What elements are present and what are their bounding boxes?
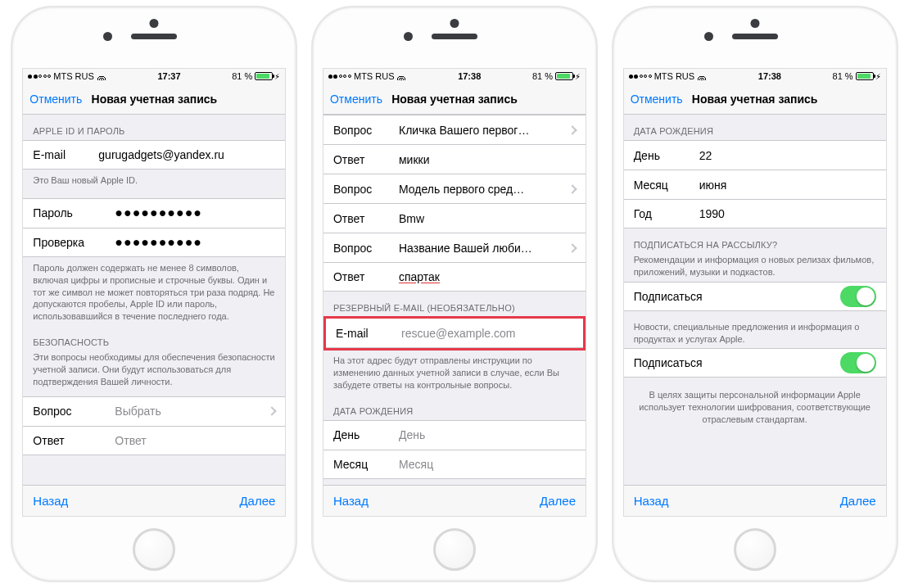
content-area: APPLE ID И ПАРОЛЬ E-mail gurugadgets@yan…: [23, 115, 285, 485]
back-button[interactable]: Назад: [333, 494, 369, 508]
carrier-label: MTS RUS: [354, 71, 395, 81]
question-label: Вопрос: [333, 124, 399, 137]
subscribe1-toggle[interactable]: [840, 286, 876, 307]
month-label: Месяц: [634, 179, 699, 192]
back-button[interactable]: Назад: [634, 494, 669, 508]
rescue-label: E-mail: [336, 327, 401, 340]
password-footer: Пароль должен содержать не менее 8 симво…: [23, 257, 285, 326]
verify-value: ●●●●●●●●●●: [115, 236, 275, 249]
password-row[interactable]: Пароль ●●●●●●●●●●: [23, 198, 285, 228]
chevron-right-icon: [568, 184, 577, 193]
cancel-button[interactable]: Отменить: [29, 93, 82, 106]
question-label: Вопрос: [33, 405, 115, 418]
screen-1: MTS RUS 17:37 81 % ⚡︎ Отменить Новая уче…: [22, 68, 286, 517]
phone-2: MTS RUS 17:38 81 % ⚡︎ Отменить Новая уче…: [313, 7, 596, 581]
subscribe2-toggle[interactable]: [840, 352, 876, 373]
question3-row[interactable]: Вопрос Название Вашей люби…: [323, 233, 586, 262]
verify-label: Проверка: [33, 236, 115, 249]
verify-row[interactable]: Проверка ●●●●●●●●●●: [23, 228, 285, 257]
battery-percent: 81 %: [532, 71, 553, 81]
subscribe1-row: Подписаться: [624, 282, 886, 311]
home-button[interactable]: [133, 528, 175, 571]
day-label: День: [634, 149, 699, 162]
question3-value: Название Вашей люби…: [399, 242, 564, 255]
carrier-label: MTS RUS: [53, 71, 94, 81]
content-area: Вопрос Кличка Вашего первог… Ответ микки…: [323, 115, 586, 485]
question-row[interactable]: Вопрос Выбрать: [23, 396, 285, 426]
cancel-button[interactable]: Отменить: [330, 93, 382, 106]
day-row[interactable]: День День: [323, 420, 586, 450]
earpiece-speaker: [131, 34, 177, 39]
appleid-footer: Это Ваш новый Apple ID.: [23, 170, 285, 190]
subscribe1-label: Подписаться: [634, 290, 840, 303]
question-label: Вопрос: [333, 242, 399, 255]
answer1-value: микки: [399, 153, 576, 166]
month-row[interactable]: Месяц Месяц: [323, 450, 586, 479]
email-row[interactable]: E-mail gurugadgets@yandex.ru: [23, 140, 285, 170]
answer2-row[interactable]: Ответ Bmw: [323, 203, 586, 233]
answer-label: Ответ: [333, 212, 399, 225]
proximity-sensor: [750, 19, 759, 28]
front-camera: [103, 32, 112, 41]
month-value: июня: [699, 179, 876, 192]
security-footer: Эти вопросы необходимы для обеспечения б…: [23, 351, 285, 391]
section-header-rescue: РЕЗЕРВНЫЙ E-MAIL (НЕОБЯЗАТЕЛЬНО): [323, 292, 586, 317]
answer3-row[interactable]: Ответ спартак: [323, 262, 586, 292]
answer-row[interactable]: Ответ Ответ: [23, 426, 285, 455]
earpiece-speaker: [432, 34, 477, 39]
toolbar: Назад Далее: [624, 485, 886, 516]
home-button[interactable]: [734, 528, 776, 571]
rescue-email-row[interactable]: E-mail rescue@example.com: [326, 319, 583, 348]
wifi-icon: [97, 73, 106, 80]
clock: 17:38: [758, 71, 781, 81]
section-header-security: БЕЗОПАСНОСТЬ: [23, 326, 285, 351]
password-value: ●●●●●●●●●●: [115, 206, 275, 219]
month-label: Месяц: [333, 458, 399, 471]
cancel-button[interactable]: Отменить: [631, 93, 683, 106]
day-row[interactable]: День 22: [624, 140, 886, 170]
home-button[interactable]: [433, 528, 476, 571]
year-row[interactable]: Год 1990: [624, 199, 886, 228]
rescue-placeholder: rescue@example.com: [401, 327, 573, 340]
earpiece-speaker: [732, 34, 778, 39]
battery-icon: [255, 72, 273, 80]
nav-bar: Отменить Новая учетная запись: [624, 84, 886, 115]
back-button[interactable]: Назад: [33, 494, 68, 508]
battery-percent: 81 %: [232, 71, 252, 81]
year-label: Год: [634, 207, 699, 220]
next-button[interactable]: Далее: [840, 494, 876, 508]
question-label: Вопрос: [333, 183, 399, 196]
next-button[interactable]: Далее: [540, 494, 576, 508]
chevron-right-icon: [268, 406, 277, 415]
answer-label: Ответ: [333, 153, 399, 166]
front-camera: [704, 32, 713, 41]
month-row[interactable]: Месяц июня: [624, 170, 886, 199]
password-label: Пароль: [33, 206, 115, 219]
answer2-value: Bmw: [399, 212, 576, 225]
subscribe2-desc: Новости, специальные предложения и инфор…: [624, 311, 886, 349]
wifi-icon: [396, 73, 406, 80]
answer-label: Ответ: [333, 270, 399, 283]
question1-row[interactable]: Вопрос Кличка Вашего первог…: [323, 115, 586, 144]
day-label: День: [333, 428, 399, 441]
screen-2: MTS RUS 17:38 81 % ⚡︎ Отменить Новая уче…: [323, 68, 586, 517]
answer3-value: спартак: [399, 270, 576, 283]
carrier-label: MTS RUS: [654, 71, 695, 81]
email-value: gurugadgets@yandex.ru: [98, 148, 275, 161]
clock: 17:37: [157, 71, 180, 81]
nav-bar: Отменить Новая учетная запись: [23, 84, 285, 115]
next-button[interactable]: Далее: [239, 494, 275, 508]
day-placeholder: День: [399, 428, 576, 441]
question2-row[interactable]: Вопрос Модель первого сред…: [323, 174, 586, 203]
signal-icon: [28, 75, 51, 79]
answer1-row[interactable]: Ответ микки: [323, 144, 586, 174]
status-bar: MTS RUS 17:37 81 % ⚡︎: [23, 69, 285, 84]
charging-icon: ⚡︎: [575, 72, 581, 81]
battery-percent: 81 %: [833, 71, 853, 81]
status-bar: MTS RUS 17:38 81 % ⚡︎: [624, 69, 886, 84]
question1-value: Кличка Вашего первог…: [399, 124, 564, 137]
day-value: 22: [699, 149, 876, 162]
charging-icon: ⚡︎: [875, 72, 881, 81]
toolbar: Назад Далее: [23, 485, 285, 516]
subscribe2-row: Подписаться: [624, 348, 886, 378]
